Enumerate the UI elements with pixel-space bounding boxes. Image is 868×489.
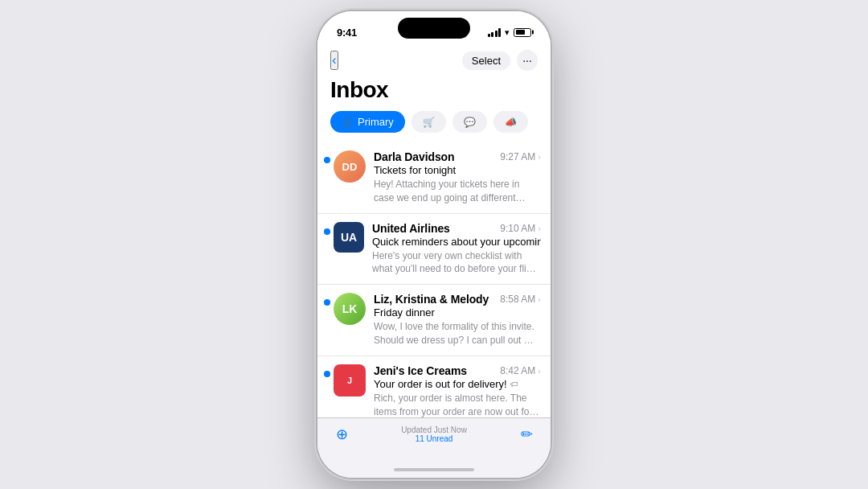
page-title: Inbox: [330, 77, 538, 103]
unread-count: 11 Unread: [416, 434, 453, 443]
avatar: LK: [334, 293, 366, 325]
bottom-bar: ⊕ Updated Just Now 11 Unread ✏: [317, 417, 551, 462]
chevron-right-icon: ›: [538, 152, 541, 162]
avatar: J: [334, 364, 366, 397]
bottom-bar-center: Updated Just Now 11 Unread: [401, 425, 467, 443]
shopping-tab-icon: 🛒: [423, 117, 435, 128]
sender-name: Liz, Kristina & Melody: [374, 293, 489, 306]
email-header: Liz, Kristina & Melody 8:58 AM ›: [374, 293, 541, 306]
email-content: United Airlines 9:10 AM › Quick reminder…: [372, 222, 541, 277]
unread-dot: [324, 157, 330, 163]
email-meta: 8:58 AM ›: [500, 294, 541, 305]
battery-icon: [514, 28, 531, 37]
tag-icon: 🏷: [510, 380, 518, 388]
email-time: 8:42 AM: [500, 365, 535, 376]
email-time: 8:58 AM: [500, 294, 535, 305]
compose-icon[interactable]: ✏: [515, 423, 538, 446]
email-header: Jeni's Ice Creams 8:42 AM ›: [374, 364, 541, 377]
email-header: United Airlines 9:10 AM ›: [372, 222, 541, 235]
email-item[interactable]: J Jeni's Ice Creams 8:42 AM › Your order…: [317, 356, 551, 417]
back-button[interactable]: ‹: [330, 51, 338, 70]
page-title-section: Inbox: [317, 77, 551, 111]
status-icons: ▾: [488, 27, 532, 38]
email-subject: Quick reminders about your upcoming...🏷: [372, 236, 541, 248]
unread-dot: [324, 228, 330, 235]
chevron-right-icon: ›: [538, 366, 541, 376]
tab-social[interactable]: 💬: [452, 111, 487, 133]
email-meta: 9:10 AM ›: [500, 223, 541, 234]
email-preview: Hey! Attaching your tickets here in case…: [374, 178, 541, 205]
tab-primary[interactable]: 👤 Primary: [330, 111, 405, 133]
home-indicator: [317, 462, 551, 478]
primary-tab-icon: 👤: [342, 117, 354, 128]
email-subject: Tickets for tonight: [374, 164, 541, 176]
unread-dot: [324, 299, 330, 306]
signal-icon: [488, 28, 502, 37]
tab-shopping[interactable]: 🛒: [411, 111, 446, 133]
email-meta: 9:27 AM ›: [500, 151, 541, 162]
more-button[interactable]: ···: [517, 50, 538, 71]
email-time: 9:10 AM: [500, 223, 535, 234]
email-header: Darla Davidson 9:27 AM ›: [374, 150, 541, 163]
filter-tabs: 👤 Primary 🛒 💬 📣: [317, 111, 551, 142]
tab-promos[interactable]: 📣: [493, 111, 528, 133]
email-item[interactable]: DD Darla Davidson 9:27 AM › Tickets for …: [317, 142, 551, 214]
email-preview: Here's your very own checklist with what…: [372, 249, 541, 277]
sender-name: United Airlines: [372, 222, 450, 235]
nav-bar: ‹ Select ···: [317, 47, 551, 77]
select-button[interactable]: Select: [462, 51, 510, 70]
email-preview: Rich, your order is almost here. The ite…: [374, 392, 541, 417]
sender-name: Darla Davidson: [374, 150, 455, 163]
email-time: 9:27 AM: [500, 151, 535, 162]
bottom-left-icon[interactable]: ⊕: [330, 423, 353, 446]
email-subject: Friday dinner: [374, 306, 541, 318]
email-content: Darla Davidson 9:27 AM › Tickets for ton…: [374, 150, 541, 205]
avatar: DD: [334, 150, 366, 183]
sender-name: Jeni's Ice Creams: [374, 364, 467, 377]
wifi-icon: ▾: [505, 27, 510, 38]
chevron-right-icon: ›: [538, 294, 541, 304]
dynamic-island: [398, 18, 470, 39]
status-bar: 9:41 ▾: [317, 11, 551, 47]
unread-dot: [324, 371, 330, 377]
phone-wrapper: 9:41 ▾ ‹ Select ···: [317, 11, 551, 478]
email-subject: Your order is out for delivery!🏷: [374, 378, 541, 390]
phone-frame: 9:41 ▾ ‹ Select ···: [317, 11, 551, 478]
primary-tab-label: Primary: [358, 116, 394, 128]
status-time: 9:41: [337, 27, 357, 39]
email-content: Jeni's Ice Creams 8:42 AM › Your order i…: [374, 364, 541, 417]
promos-tab-icon: 📣: [505, 117, 517, 128]
chevron-right-icon: ›: [538, 224, 541, 233]
social-tab-icon: 💬: [464, 117, 476, 128]
email-list: DD Darla Davidson 9:27 AM › Tickets for …: [317, 142, 551, 417]
home-bar: [394, 468, 474, 471]
nav-actions: Select ···: [462, 50, 538, 71]
email-meta: 8:42 AM ›: [500, 365, 541, 376]
email-preview: Wow, I love the formality of this invite…: [374, 320, 541, 347]
updated-text: Updated Just Now: [401, 425, 467, 434]
email-content: Liz, Kristina & Melody 8:58 AM › Friday …: [374, 293, 541, 347]
avatar: UA: [334, 222, 364, 253]
email-item[interactable]: UA United Airlines 9:10 AM › Quick remin…: [317, 214, 551, 286]
email-item[interactable]: LK Liz, Kristina & Melody 8:58 AM › Frid…: [317, 285, 551, 356]
